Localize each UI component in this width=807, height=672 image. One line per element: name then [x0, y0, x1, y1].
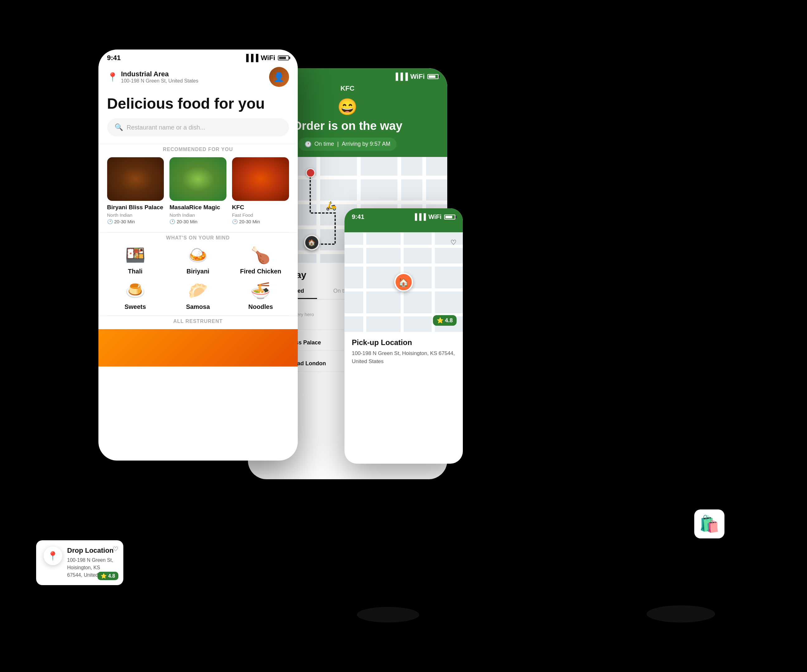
status-icons-3: ▐▐▐ WiFi [413, 213, 455, 221]
food-icon-card: 🛍️ [694, 509, 724, 538]
star-icon: ⭐ [437, 317, 443, 324]
signal-icon: ▐▐▐ [244, 54, 259, 62]
samosa-label: Samosa [186, 303, 210, 310]
time-1: 9:41 [107, 54, 121, 62]
sweets-icon: 🍮 [125, 281, 146, 300]
pickup-address: 100-198 N Green St, Hoisington, KS 67544… [352, 349, 455, 365]
battery-icon [278, 55, 289, 60]
biriyani-label: Biriyani [186, 268, 209, 275]
category-sweets[interactable]: 🍮 Sweets [107, 281, 164, 310]
separator: | [337, 141, 339, 147]
search-placeholder: Restaurant name or a dish... [127, 124, 205, 131]
drop-pin-icon: 📍 [43, 546, 62, 565]
drop-star-icon: ⭐ [101, 573, 107, 579]
food-preview-strip [98, 329, 298, 367]
search-icon: 🔍 [115, 123, 123, 131]
on-time-text: On time [315, 141, 334, 147]
area-name: Industrial Area [121, 70, 198, 78]
restaurant-name-2: MasalaRice Magic [169, 204, 226, 211]
location-info: 📍 Industrial Area 100-198 N Green St, Un… [107, 70, 198, 84]
battery-icon-2 [427, 74, 438, 79]
category-fired-chicken[interactable]: 🍗 Fired Chicken [232, 246, 289, 275]
restaurant-img-1 [107, 157, 164, 201]
restaurant-img-3 [232, 157, 289, 201]
signal-icon-2: ▐▐▐ [394, 73, 408, 81]
wifi-icon: WiFi [261, 54, 275, 62]
rating-value: 4.8 [445, 317, 453, 324]
p3-road-v1 [363, 232, 366, 332]
recommended-label: RECOMMENDED FOR YOU [98, 144, 298, 157]
location-row: 📍 Industrial Area 100-198 N Green St, Un… [98, 65, 298, 92]
p3-green-spacer [352, 221, 455, 230]
recommended-row: Biryani Bliss Palace North Indian 🕐 20-3… [98, 157, 298, 232]
signal-icon-3: ▐▐▐ [413, 213, 426, 221]
status-bar-1: 9:41 ▐▐▐ WiFi [98, 50, 298, 65]
whats-on-mind-label: WHAT'S ON YOUR MIND [98, 232, 298, 246]
restaurant-time-3: 🕐 20-30 Min [232, 219, 289, 224]
clock-icon-3: 🕐 [232, 219, 238, 224]
restaurant-card-3[interactable]: KFC Fast Food 🕐 20-30 Min [232, 157, 289, 224]
sweets-label: Sweets [125, 303, 146, 310]
p3-header-bg: 9:41 ▐▐▐ WiFi [344, 208, 463, 232]
category-noodles[interactable]: 🍜 Noodles [232, 281, 289, 310]
user-avatar[interactable]: 👤 [269, 67, 289, 87]
clock-icon-2: 🕐 [169, 219, 175, 224]
clock-icon-badge: 🕐 [305, 141, 311, 148]
restaurant-name-3: KFC [232, 204, 289, 211]
shadow-blob-1 [357, 607, 419, 622]
drop-location-card: 📍 Drop Location 100-198 N Green St, Hois… [36, 540, 123, 585]
drop-rating-value: 4.8 [108, 573, 115, 579]
drop-pin-wrapper: 📍 [43, 546, 62, 565]
shadow-blob-2 [647, 606, 715, 622]
restaurant-time-2: 🕐 20-30 Min [169, 219, 226, 224]
p3-road-h1 [344, 245, 463, 248]
restaurant-img-2 [169, 157, 226, 201]
food-bag-icon: 🛍️ [699, 515, 719, 533]
restaurant-name-1: Biryani Bliss Palace [107, 204, 164, 211]
clock-icon-1: 🕐 [107, 219, 113, 224]
samosa-icon: 🥟 [188, 281, 208, 300]
start-pin [306, 168, 315, 178]
p3-map: 🏠 ♡ ⭐ 4.8 [344, 232, 463, 332]
phone-1: 9:41 ▐▐▐ WiFi 📍 Industrial Area 100-198 … [98, 50, 298, 461]
category-biriyani[interactable]: 🍛 Biriyani [170, 246, 226, 275]
phone-3: 9:41 ▐▐▐ WiFi 🏠 [344, 208, 463, 464]
pickup-title: Pick-up Location [352, 338, 455, 347]
drop-title: Drop Location [67, 546, 116, 554]
scene: 9:41 ▐▐▐ WiFi 📍 Industrial Area 100-198 … [30, 25, 777, 647]
location-pin-icon: 📍 [107, 72, 118, 82]
biriyani-icon: 🍛 [188, 246, 208, 265]
p3-rating-badge: ⭐ 4.8 [433, 315, 456, 326]
p3-home-pin: 🏠 [394, 273, 413, 292]
search-bar[interactable]: 🔍 Restaurant name or a dish... [107, 118, 289, 136]
noodles-label: Noodles [248, 303, 273, 310]
fired-chicken-label: Fired Chicken [240, 268, 281, 275]
restaurant-card-1[interactable]: Biryani Bliss Palace North Indian 🕐 20-3… [107, 157, 164, 224]
status-icons-1: ▐▐▐ WiFi [244, 54, 289, 62]
wifi-icon-3: WiFi [428, 213, 441, 221]
drop-heart-icon[interactable]: ♡ [113, 545, 118, 553]
fired-chicken-icon: 🍗 [251, 246, 271, 265]
status-badge: 🕐 On time | Arriving by 9:57 AM [298, 138, 397, 151]
status-bar-3: 9:41 ▐▐▐ WiFi [352, 213, 455, 221]
restaurant-card-2[interactable]: MasalaRice Magic North Indian 🕐 20-30 Mi… [169, 157, 226, 224]
thali-label: Thali [128, 268, 143, 275]
noodles-icon: 🍜 [251, 281, 271, 300]
p3-info-section: Pick-up Location 100-198 N Green St, Hoi… [344, 332, 463, 372]
restaurant-cuisine-1: North Indian [107, 212, 164, 218]
all-restaurants-label: ALL RESTRURENT [98, 316, 298, 329]
p3-heart-icon[interactable]: ♡ [450, 239, 457, 247]
drop-rating-badge: ⭐ 4.8 [98, 572, 118, 580]
headline-section: Delicious food for you [98, 92, 298, 118]
location-text: Industrial Area 100-198 N Green St, Unit… [121, 70, 198, 84]
restaurant-time-1: 🕐 20-30 Min [107, 219, 164, 224]
category-samosa[interactable]: 🥟 Samosa [170, 281, 226, 310]
battery-icon-3 [444, 214, 455, 219]
category-thali[interactable]: 🍱 Thali [107, 246, 164, 275]
time-3: 9:41 [352, 213, 364, 221]
delivery-rider: 🛵 [326, 201, 337, 211]
p3-road-h2 [344, 264, 463, 267]
end-pin: 🏠 [304, 235, 320, 251]
status-icons-2: ▐▐▐ WiFi [394, 73, 438, 81]
restaurant-cuisine-2: North Indian [169, 212, 226, 218]
